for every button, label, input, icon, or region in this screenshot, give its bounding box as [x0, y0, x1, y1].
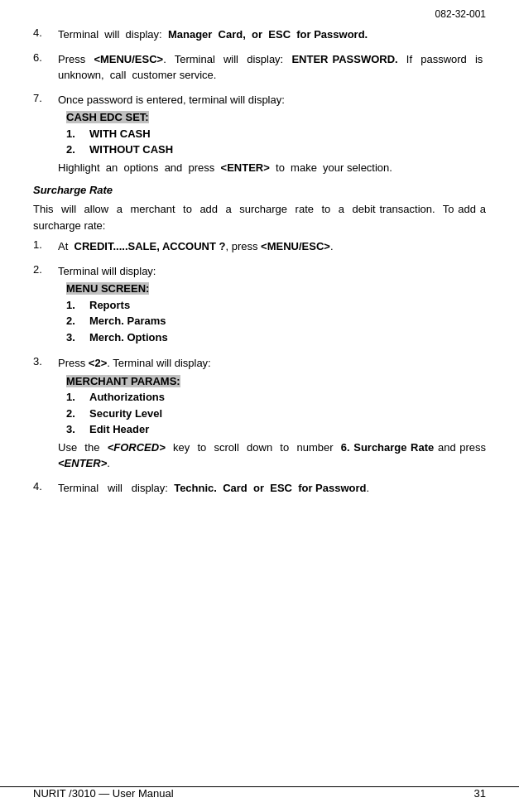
menu-sub-num-2: 2.	[66, 313, 89, 329]
item-content-4: Terminal will display: Manager Card, or …	[58, 26, 486, 43]
surcharge-item-3: 3. Press <2>. Terminal will display: MER…	[33, 355, 486, 472]
merchant-params-label: MERCHANT PARAMS:	[66, 373, 486, 390]
cash-edc-item-1: 1. WITH CASH	[66, 126, 486, 142]
item-num-6: 6.	[33, 51, 58, 84]
cash-edc-highlight: CASH EDC SET:	[66, 111, 149, 123]
sub-num-2: 2.	[66, 142, 89, 158]
merch-item-1: 1. Authorizations	[66, 389, 486, 406]
section-7: 7. Once password is entered, terminal wi…	[33, 92, 486, 176]
surcharge-content-1: At CREDIT.....SALE, ACCOUNT ?, press <ME…	[58, 238, 486, 255]
merch-sub-num-2: 2.	[66, 406, 89, 422]
surcharge-heading: Surcharge Rate	[33, 184, 486, 196]
merch-item-3: 3. Edit Header	[66, 421, 486, 438]
press-2-bold: <2>	[89, 357, 107, 369]
footer-right: 31	[474, 787, 486, 800]
ref-number: 082-32-001	[435, 8, 486, 20]
merch-auth: Authorizations	[89, 389, 165, 406]
sub-label-with-cash: WITH CASH	[89, 126, 151, 142]
cash-edc-label: CASH EDC SET:	[66, 109, 486, 126]
menu-item-1: 1. Reports	[66, 297, 486, 314]
page: 082-32-001 4. Terminal will display: Man…	[0, 0, 519, 812]
forced-key: <FORCED>	[108, 441, 166, 454]
menu-sub-num-3: 3.	[66, 329, 89, 346]
terminal-display-2: Terminal will display:	[58, 265, 156, 277]
menu-screen-list: MENU SCREEN: 1. Reports 2. Merch. Params…	[66, 281, 486, 345]
menu-sub-num-1: 1.	[66, 297, 89, 314]
cash-edc-item-2: 2. WITHOUT CASH	[66, 142, 486, 158]
item-4-bold: Manager Card, or ESC for Password.	[168, 28, 368, 41]
menu-screen-highlight: MENU SCREEN:	[66, 282, 149, 295]
surcharge-num-3: 3.	[33, 355, 58, 472]
surcharge-rate-bold: 6. Surcharge Rate	[341, 441, 435, 454]
merch-sub-num-3: 3.	[66, 421, 89, 438]
surcharge-content-2: Terminal will display: MENU SCREEN: 1. R…	[58, 263, 486, 348]
surcharge-intro: This will allow a merchant to add a surc…	[33, 201, 486, 233]
sub-label-without-cash: WITHOUT CASH	[89, 142, 173, 158]
press-2-intro: Press <2>. Terminal will display:	[58, 357, 211, 369]
surcharge-num-4: 4.	[33, 480, 58, 497]
surcharge-num-2: 2.	[33, 263, 58, 348]
menu-esc-bold: <MENU/ESC>	[261, 240, 330, 252]
surcharge-item-4: 4. Terminal will display: Technic. Card …	[33, 480, 486, 497]
item-content-6: Press <MENU/ESC>. Terminal will display:…	[58, 51, 486, 84]
section-4: 4. Terminal will display: Manager Card, …	[33, 26, 486, 43]
menu-screen-label: MENU SCREEN:	[66, 281, 486, 297]
merch-item-2: 2. Security Level	[66, 406, 486, 422]
item-num-7: 7.	[33, 92, 58, 176]
merch-sub-num-1: 1.	[66, 389, 89, 406]
item-7-tail: Highlight an options and press <ENTER> t…	[58, 161, 392, 174]
surcharge-section: Surcharge Rate This will allow a merchan…	[33, 184, 486, 496]
merch-edit-header: Edit Header	[89, 421, 149, 438]
item-num-4: 4.	[33, 26, 58, 43]
technic-card: Technic. Card or ESC for Password	[174, 482, 366, 494]
page-header-ref: 082-32-001	[33, 8, 486, 20]
surcharge-item-2: 2. Terminal will display: MENU SCREEN: 1…	[33, 263, 486, 348]
merch-security: Security Level	[89, 406, 162, 422]
surcharge-tail: Use the <FORCED> key to scroll down to n…	[58, 441, 486, 470]
surcharge-content-3: Press <2>. Terminal will display: MERCHA…	[58, 355, 486, 472]
menu-reports: Reports	[89, 297, 130, 314]
footer-left: NURIT /3010 — User Manual	[33, 787, 174, 800]
item-content-7: Once password is entered, terminal will …	[58, 92, 486, 176]
surcharge-num-1: 1.	[33, 238, 58, 255]
menu-item-2: 2. Merch. Params	[66, 313, 486, 329]
cash-edc-list: CASH EDC SET: 1. WITH CASH 2. WITHOUT CA…	[66, 109, 486, 158]
item-7-intro: Once password is entered, terminal will …	[58, 94, 285, 106]
page-footer: NURIT /3010 — User Manual 31	[0, 786, 519, 800]
menu-merch-options: Merch. Options	[89, 329, 168, 346]
menu-merch-params: Merch. Params	[89, 313, 166, 329]
menu-item-3: 3. Merch. Options	[66, 329, 486, 346]
enter-key: <ENTER>	[58, 457, 107, 469]
merchant-params-highlight: MERCHANT PARAMS:	[66, 375, 180, 387]
item-6-menu: <MENU/ESC>	[94, 53, 163, 65]
sub-num-1: 1.	[66, 126, 89, 142]
credit-sale: CREDIT.....SALE, ACCOUNT ?	[74, 240, 226, 252]
surcharge-content-4: Terminal will display: Technic. Card or …	[58, 480, 486, 497]
item-6-enter-pw: ENTER PASSWORD.	[291, 53, 397, 65]
surcharge-item-1: 1. At CREDIT.....SALE, ACCOUNT ?, press …	[33, 238, 486, 255]
enter-bold: <ENTER>	[221, 161, 270, 174]
section-6: 6. Press <MENU/ESC>. Terminal will displ…	[33, 51, 486, 84]
merchant-params-list: MERCHANT PARAMS: 1. Authorizations 2. Se…	[66, 373, 486, 438]
